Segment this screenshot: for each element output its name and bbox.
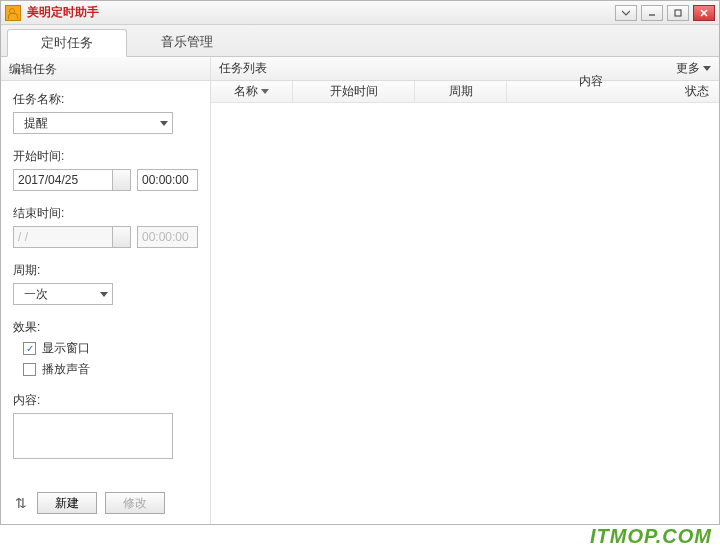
minimize-button[interactable] [641,5,663,21]
chevron-down-icon [100,292,108,297]
button-row: ⇅ 新建 修改 [1,492,210,524]
play-sound-option[interactable]: 播放声音 [23,361,198,378]
window-buttons [615,5,715,21]
col-start-time[interactable]: 开始时间 [293,81,415,102]
close-button[interactable] [693,5,715,21]
svg-rect-1 [675,10,681,16]
play-sound-checkbox[interactable] [23,363,36,376]
app-window: 美明定时助手 定时任务 音乐管理 编辑任务 任务名称: 提醒 [0,0,720,525]
col-period[interactable]: 周期 [415,81,507,102]
tab-timer-tasks[interactable]: 定时任务 [7,29,127,57]
sort-icon [261,89,269,94]
col-status[interactable]: 状态 [675,81,719,102]
field-task-name: 任务名称: 提醒 [13,91,198,134]
edit-button[interactable]: 修改 [105,492,165,514]
edit-task-panel: 编辑任务 任务名称: 提醒 开始时间: 2017/04/25 [1,57,211,524]
start-time-label: 开始时间: [13,148,198,165]
show-window-option[interactable]: ✓ 显示窗口 [23,340,198,357]
content-label: 内容: [13,392,198,409]
content-area: 编辑任务 任务名称: 提醒 开始时间: 2017/04/25 [1,57,719,524]
effect-label: 效果: [13,319,198,336]
col-name[interactable]: 名称 [211,81,293,102]
end-time-input[interactable]: 00:00:00 [137,226,198,248]
start-time-input[interactable]: 00:00:00 [137,169,198,191]
field-effect: 效果: ✓ 显示窗口 播放声音 [13,319,198,378]
edit-task-form: 任务名称: 提醒 开始时间: 2017/04/25 00:00:00 [1,81,210,482]
show-window-label: 显示窗口 [42,340,90,357]
app-icon [5,5,21,21]
task-list-body [211,103,719,524]
app-title: 美明定时助手 [27,4,615,21]
dropdown-button[interactable] [615,5,637,21]
field-content: 内容: [13,392,198,462]
refresh-icon[interactable]: ⇅ [13,495,29,511]
chevron-down-icon [703,66,711,71]
task-list-panel: 任务列表 更多 名称 开始时间 周期 内容 状态 [211,57,719,524]
new-button[interactable]: 新建 [37,492,97,514]
field-end-time: 结束时间: / / 00:00:00 [13,205,198,248]
show-window-checkbox[interactable]: ✓ [23,342,36,355]
task-name-label: 任务名称: [13,91,198,108]
task-name-value: 提醒 [18,115,48,132]
tab-music-manage[interactable]: 音乐管理 [127,28,247,56]
end-time-label: 结束时间: [13,205,198,222]
tabstrip: 定时任务 音乐管理 [1,25,719,57]
start-date-input[interactable]: 2017/04/25 [13,169,113,191]
start-date-picker-button[interactable] [113,169,131,191]
period-value: 一次 [18,286,48,303]
period-combo[interactable]: 一次 [13,283,113,305]
edit-task-header: 编辑任务 [1,57,210,81]
end-date-picker-button[interactable] [113,226,131,248]
column-headers: 名称 开始时间 周期 内容 状态 [211,81,719,103]
play-sound-label: 播放声音 [42,361,90,378]
task-list-header: 任务列表 更多 [211,57,719,81]
period-label: 周期: [13,262,198,279]
watermark: ITMOP.COM [590,525,712,548]
task-list-title: 任务列表 [219,60,267,77]
maximize-button[interactable] [667,5,689,21]
task-name-combo[interactable]: 提醒 [13,112,173,134]
chevron-down-icon [160,121,168,126]
field-start-time: 开始时间: 2017/04/25 00:00:00 [13,148,198,191]
field-period: 周期: 一次 [13,262,198,305]
more-button[interactable]: 更多 [676,60,711,77]
content-textarea[interactable] [13,413,173,459]
titlebar: 美明定时助手 [1,1,719,25]
end-date-input[interactable]: / / [13,226,113,248]
